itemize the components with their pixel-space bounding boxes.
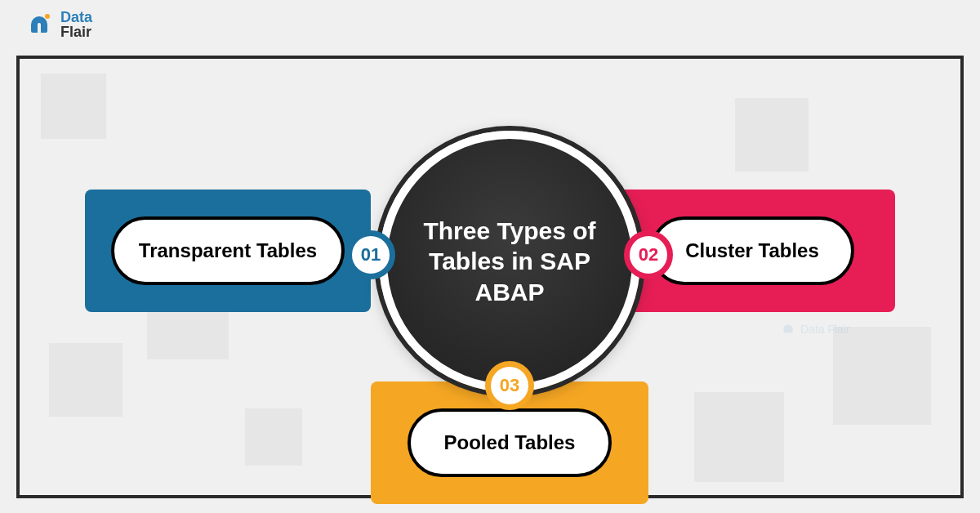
card-label: Cluster Tables <box>650 216 854 285</box>
diagram-title: Three Types of Tables in SAP ABAP <box>387 216 632 308</box>
center-circle: Three Types of Tables in SAP ABAP <box>379 131 640 392</box>
logo: Data Flair <box>23 8 92 41</box>
number-badge-03: 03 <box>485 361 534 410</box>
card-transparent-tables: Transparent Tables <box>85 190 371 312</box>
logo-icon <box>23 8 56 41</box>
number-badge-01: 01 <box>346 230 395 279</box>
card-label: Pooled Tables <box>408 408 612 477</box>
svg-point-0 <box>45 14 50 19</box>
card-label: Transparent Tables <box>111 216 345 285</box>
logo-text-2: Flair <box>60 24 91 40</box>
number-badge-02: 02 <box>624 230 673 279</box>
outer-frame: Three Types of Tables in SAP ABAP Transp… <box>16 56 964 498</box>
logo-text-1: Data <box>60 9 92 25</box>
watermark: Data Flair <box>779 320 850 338</box>
